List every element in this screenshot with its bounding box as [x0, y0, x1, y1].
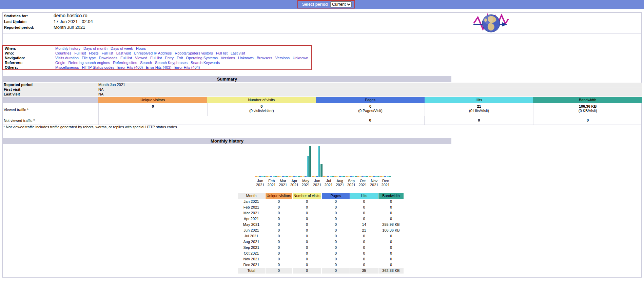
- menu-link[interactable]: Robots/Spiders visitors: [175, 51, 213, 55]
- monthly-table-cell: 21: [350, 228, 378, 233]
- menu-link[interactable]: Search Keywords: [191, 61, 220, 65]
- chart-bar-hits: [364, 176, 366, 177]
- menu-link[interactable]: HTTP Status codes: [82, 65, 114, 69]
- menu-link[interactable]: Versions: [221, 56, 235, 60]
- menu-link[interactable]: Error Hits (404): [174, 65, 200, 69]
- monthly-table-cell: 0: [378, 262, 404, 268]
- menu-link[interactable]: Full list: [120, 56, 132, 60]
- monthly-table-cell: 0: [322, 228, 350, 233]
- monthly-table-cell: 0: [350, 256, 378, 262]
- monthly-table-cell: 0: [378, 204, 404, 210]
- chart-month-label: Jan2021: [254, 179, 266, 187]
- menu-link[interactable]: Last visit: [116, 51, 131, 55]
- summary-column-header: Unique visitors: [98, 97, 207, 103]
- monthly-column-header: Number of visits: [293, 193, 321, 199]
- monthly-table-cell: 0: [293, 228, 321, 233]
- chart-bar-hits: [341, 176, 343, 177]
- menu-link[interactable]: Operating Systems: [186, 56, 218, 60]
- summary-column-header: Hits: [425, 97, 533, 103]
- menu-link[interactable]: Referring search engines: [68, 61, 110, 65]
- chart-bar-hits: [318, 146, 320, 177]
- awstats-page: Select period Current Statistics for: de…: [0, 0, 644, 281]
- monthly-table-row: Jan 202100000: [238, 199, 404, 204]
- monthly-table-cell: 0: [322, 210, 350, 216]
- menu-link[interactable]: Monthly history: [55, 46, 80, 50]
- menu-link[interactable]: Full list: [150, 56, 162, 60]
- menu-link[interactable]: Error Hits (403): [146, 65, 171, 69]
- chart-bar-unique-visitors: [380, 176, 382, 177]
- chart-bar-pages: [259, 176, 261, 177]
- chart-bar-unique-visitors: [369, 176, 371, 177]
- chart-bar-bandwidth: [309, 146, 311, 177]
- menu-link[interactable]: Hosts: [89, 51, 98, 55]
- menu-link[interactable]: File type: [82, 56, 96, 60]
- menu-link[interactable]: Miscellaneous: [55, 65, 79, 69]
- menu-link[interactable]: Full list: [74, 51, 86, 55]
- monthly-column-header: Bandwidth: [378, 193, 404, 199]
- chart-bar-pages: [350, 176, 352, 177]
- menu-link[interactable]: Last visit: [231, 51, 245, 55]
- menu-link[interactable]: Unknown: [293, 56, 308, 60]
- monthly-table-cell: 0: [266, 233, 292, 239]
- menu-link[interactable]: Versions: [275, 56, 290, 60]
- menu-link[interactable]: Search: [140, 61, 152, 65]
- menu-link[interactable]: Days of week: [111, 46, 133, 50]
- chart-bar-pages: [339, 176, 341, 177]
- select-period-label: Select period: [302, 2, 328, 7]
- monthly-column-header: Unique visitors: [266, 193, 292, 199]
- menu-link[interactable]: Full list: [102, 51, 113, 55]
- menu-link[interactable]: Full list: [216, 51, 228, 55]
- chart-bar-bandwidth: [320, 164, 323, 177]
- monthly-table-cell: Total: [238, 268, 265, 274]
- menu-link[interactable]: Countries: [55, 51, 71, 55]
- menu-link[interactable]: Hours: [136, 46, 146, 50]
- chart-bar-hits: [273, 176, 275, 177]
- menu-link[interactable]: Referring sites: [113, 61, 137, 65]
- chart-bar-hits: [261, 176, 263, 177]
- menu-link[interactable]: Viewed: [135, 56, 147, 60]
- chart-bar-number-of-visits: [325, 176, 327, 177]
- monthly-table-cell: 0: [293, 204, 321, 210]
- chart-bar-unique-visitors: [323, 176, 325, 177]
- chart-month-label: Nov2021: [368, 179, 380, 187]
- summary-info-label: First visit: [4, 87, 20, 92]
- summary-table: Unique visitorsNumber of visitsPagesHits…: [3, 97, 642, 125]
- monthly-table-row: May 202100014255.98 KB: [238, 222, 404, 228]
- menu-link[interactable]: Visits duration: [55, 56, 79, 60]
- menu-row-navigation: Navigation: Visits durationFile typeDown…: [5, 56, 311, 61]
- menu-link[interactable]: Downloads: [99, 56, 117, 60]
- monthly-table-cell: 255.98 KB: [378, 222, 404, 228]
- menu-label-who: Who:: [5, 51, 54, 56]
- chart-bar-number-of-visits: [268, 176, 270, 177]
- last-update-label: Last Update:: [4, 20, 27, 24]
- chart-bar-hits: [330, 176, 332, 177]
- chart-bar-number-of-visits: [348, 176, 350, 177]
- monthly-table-cell: 0: [350, 262, 378, 268]
- select-period-box: Select period Current: [297, 0, 355, 8]
- menu-link[interactable]: Exit: [177, 56, 183, 60]
- top-bar: Select period Current: [0, 0, 644, 9]
- chart-bar-unique-visitors: [289, 176, 291, 177]
- menu-link[interactable]: Error Hits (400): [117, 65, 143, 69]
- monthly-table-cell: 0: [266, 268, 292, 274]
- not-viewed-hits-cell: 0: [424, 116, 533, 125]
- monthly-table-row: Mar 202100000: [238, 210, 404, 216]
- chart-month-label: Sep2021: [346, 179, 357, 187]
- menu-link[interactable]: Unknown: [238, 56, 254, 60]
- menu-link[interactable]: Entry: [165, 56, 174, 60]
- period-select[interactable]: Current: [330, 1, 352, 7]
- menu-link[interactable]: Search Keyphrases: [155, 61, 188, 65]
- monthly-table-cell: 0: [350, 216, 378, 222]
- monthly-table-cell: 0: [322, 251, 350, 256]
- menu-link[interactable]: Origin: [55, 61, 65, 65]
- report-menu: When: Monthly historyDays of monthDays o…: [2, 45, 312, 70]
- monthly-table-cell: 0: [378, 233, 404, 239]
- chart-bar-bandwidth: [264, 176, 266, 177]
- summary-info-label: Last visit: [4, 92, 20, 96]
- menu-link[interactable]: Days of month: [83, 46, 108, 50]
- summary-header-empty-cell: [3, 97, 98, 103]
- chart-bar-number-of-visits: [371, 176, 373, 177]
- menu-link[interactable]: Browsers: [257, 56, 272, 60]
- menu-link[interactable]: Unresolved IP Address: [134, 51, 172, 55]
- viewed-traffic-label: Viewed traffic *: [3, 103, 98, 116]
